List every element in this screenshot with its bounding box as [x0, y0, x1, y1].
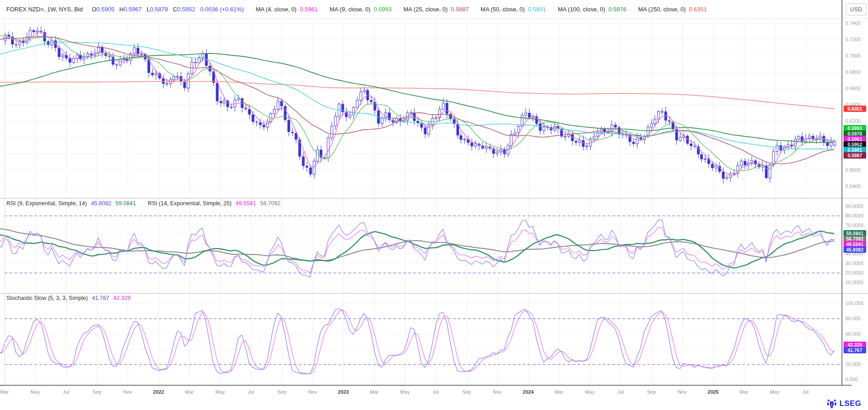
time-axis-month-label: May — [400, 389, 410, 395]
stoch-tick-label: 80.000 — [845, 316, 861, 321]
time-axis-month-label: Mar — [185, 389, 194, 395]
time-axis-month-label: Jul — [617, 389, 624, 395]
price-tick-label: 0.7400 — [845, 20, 861, 26]
price-tick-label: 0.6600 — [845, 86, 861, 91]
stoch-tick-label: 20.000 — [845, 362, 861, 367]
currency-selector-button[interactable]: USD — [846, 3, 867, 15]
ma-value: 0.6351 — [689, 6, 707, 13]
quote-high: H0.5967 — [120, 6, 142, 13]
ma-legend-item-9[interactable]: MA (9, close, 0)0.5993 — [329, 6, 391, 13]
price-tick-label: 0.7000 — [845, 53, 861, 58]
charting-app: FOREX NZD=, 1W, NYS, Bid O0.5905 H0.5967… — [0, 0, 868, 410]
time-axis-month-label: Jul — [433, 389, 439, 395]
lseg-crest-icon — [826, 399, 837, 408]
price-tick-label: 0.7200 — [845, 37, 861, 42]
rsi1-signal: 59.0841 — [116, 200, 136, 207]
ma-legend-item-25[interactable]: MA (25, close, 0)0.5887 — [404, 6, 469, 13]
ma-label: MA (25, close, 0) — [404, 6, 448, 13]
price-tick-label: 0.5400 — [845, 183, 861, 189]
ma-legend-item-250[interactable]: MA (250, close, 0)0.6351 — [638, 6, 707, 13]
time-axis-month-label: Mar — [370, 389, 379, 395]
price-tick-label: 0.5600 — [845, 167, 861, 173]
instrument-title[interactable]: FOREX NZD=, 1W, NYS, Bid — [6, 6, 83, 13]
time-axis-month-label: Jul — [802, 389, 809, 395]
ma-label: MA (250, close, 0) — [638, 6, 686, 13]
rsi-tick-label: 30.0000 — [845, 260, 863, 266]
time-axis-month-label: Nov — [493, 389, 502, 395]
stoch-tick-label: 100.000 — [845, 300, 863, 306]
time-axis-month-label: May — [585, 389, 595, 395]
ma-label: MA (50, close, 0) — [481, 6, 525, 13]
ma-label: MA (100, close, 0) — [558, 6, 605, 13]
stochastic-legend[interactable]: Stochastic Slow (5, 3, 3, Simple) 41.767… — [6, 295, 130, 301]
ma-value: 0.5976 — [608, 6, 627, 13]
ma-value: 0.5961 — [300, 6, 318, 13]
ma-value: 0.5887 — [451, 6, 469, 13]
stoch-title: Stochastic Slow (5, 3, 3, Simple) — [6, 295, 88, 301]
time-axis-month-label: May — [216, 389, 225, 395]
lseg-logo: LSEG — [826, 399, 861, 408]
axis-value-badge: 0.6351 — [844, 106, 866, 112]
rsi1-value: 45.8082 — [91, 200, 111, 207]
rsi-tick-label: 20.0000 — [845, 270, 863, 275]
time-axis-month-label: Mar — [740, 389, 748, 395]
ma-legend-item-50[interactable]: MA (50, close, 0)0.5891 — [481, 6, 546, 13]
stoch-d-value: 42.329 — [113, 295, 130, 301]
rsi-legend[interactable]: RSI (9, Exponential, Simple, 14) 45.8082… — [6, 200, 280, 207]
rsi2-signal: 56.7092 — [260, 200, 280, 207]
time-axis-month-label: Jul — [248, 389, 254, 395]
price-tick-label: 0.6200 — [845, 118, 861, 124]
rsi1-title: RSI (9, Exponential, Simple, 14) — [6, 200, 87, 207]
lseg-logo-text: LSEG — [839, 399, 861, 408]
time-axis-month-label: Mar — [0, 389, 9, 395]
ma-value: 0.5993 — [374, 6, 392, 13]
quote-change: 0.0036 (+0.61%) — [200, 6, 244, 13]
chart-legend-bar: FOREX NZD=, 1W, NYS, Bid O0.5905 H0.5967… — [6, 0, 707, 18]
time-axis-month-label: Sep — [92, 389, 101, 395]
time-axis-month-label: Sep — [277, 389, 286, 395]
rsi2-value: 49.5541 — [236, 200, 256, 207]
ma-legend-item-100[interactable]: MA (100, close, 0)0.5976 — [558, 6, 627, 13]
time-axis-month-label: Nov — [678, 389, 687, 395]
time-axis-month-label: Sep — [462, 389, 471, 395]
quote-open: O0.5905 — [92, 6, 115, 13]
time-axis-year-label: 2025 — [708, 389, 719, 395]
time-axis-month-label: May — [770, 389, 780, 395]
ma-label: MA (4, close, 0) — [256, 6, 296, 13]
ma-label: MA (9, close, 0) — [329, 6, 370, 13]
stoch-k-value: 41.767 — [92, 295, 109, 301]
stoch-tick-label: 60.000 — [845, 331, 861, 337]
axis-value-badge: 45.8082 — [844, 246, 866, 253]
axis-value-badge: 0.5887 — [844, 152, 866, 159]
price-tick-label: 0.6800 — [845, 69, 861, 75]
rsi2-title: RSI (14, Exponential, Simple, 25) — [148, 200, 231, 207]
rsi-tick-label: 80.0000 — [845, 213, 863, 218]
time-axis-month-label: Nov — [123, 389, 132, 395]
rsi-tick-label: 90.0000 — [845, 203, 863, 209]
time-axis-month-label: Sep — [647, 389, 656, 395]
time-axis-year-label: 2024 — [523, 389, 534, 395]
time-axis-month-label: May — [31, 389, 40, 395]
time-axis-month-label: Mar — [555, 389, 564, 395]
axis-value-badge: 41.767 — [844, 347, 866, 353]
rsi-tick-label: 70.0000 — [845, 222, 863, 228]
stoch-tick-label: 0.000 — [845, 376, 858, 382]
time-axis-year-label: 2023 — [338, 389, 349, 395]
time-axis-month-label: Nov — [308, 389, 317, 395]
quote-close: C0.5952 — [173, 6, 195, 13]
ma-value: 0.5891 — [528, 6, 546, 13]
quote-low: L0.5879 — [147, 6, 168, 13]
rsi-tick-label: 10.0000 — [845, 280, 863, 285]
ma-legend: MA (4, close, 0)0.5961MA (9, close, 0)0.… — [244, 6, 707, 13]
time-axis-year-label: 2022 — [153, 389, 164, 395]
ma-legend-item-4[interactable]: MA (4, close, 0)0.5961 — [256, 6, 318, 13]
time-axis-month-label: Jul — [63, 389, 69, 395]
